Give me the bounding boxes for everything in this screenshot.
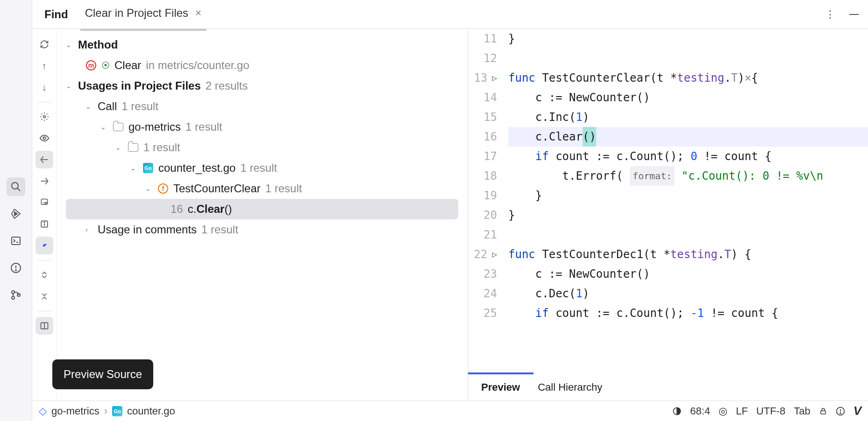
expand-all-icon[interactable] [36, 266, 53, 284]
tree-method-header[interactable]: ⌄ Method [57, 35, 468, 55]
terminal-tool-icon[interactable] [7, 232, 25, 250]
run-gutter-icon[interactable]: ▷ [492, 245, 497, 264]
result-text: c.Clear() [188, 203, 232, 216]
call-count: 1 result [121, 100, 158, 113]
chevron-down-icon: ⌄ [115, 144, 123, 151]
vim-icon[interactable]: V [854, 404, 861, 418]
tree-folder-group[interactable]: ⌄ 1 result [57, 137, 468, 158]
close-tab-icon[interactable]: ✕ [195, 8, 202, 18]
tree-usages-header[interactable]: ⌄ Usages in Project Files 2 results [57, 76, 468, 96]
svg-point-10 [12, 296, 14, 299]
file-encoding[interactable]: UTF-8 [756, 405, 785, 417]
pin-icon[interactable] [36, 194, 53, 211]
tree-function-group[interactable]: ⌄ f TestCounterClear 1 result [57, 178, 468, 199]
file-label: counter_test.go [158, 161, 235, 175]
status-bar: ◇ go-metrics › Go counter.go 68:4 ◎ LF U… [32, 400, 868, 421]
svg-rect-4 [12, 237, 20, 245]
result-line-number: 16 [171, 203, 183, 216]
folder-icon [128, 142, 139, 153]
refresh-icon[interactable] [36, 35, 53, 53]
svg-point-13 [43, 137, 46, 140]
readonly-icon[interactable] [819, 407, 827, 415]
info-icon[interactable] [36, 215, 53, 233]
file-count: 1 result [240, 161, 277, 175]
chevron-down-icon: ⌄ [145, 185, 153, 192]
problems-tool-icon[interactable] [7, 259, 25, 277]
preview-icon[interactable] [36, 129, 53, 147]
svg-point-8 [15, 270, 16, 271]
crumb-file: counter.go [127, 405, 175, 417]
search-tool-icon[interactable] [7, 177, 25, 196]
tooltip-preview-source: Preview Source [52, 359, 153, 389]
usages-header-label: Usages in Project Files [78, 79, 201, 92]
comments-label: Usage in comments [98, 223, 197, 236]
caret-position[interactable]: 68:4 [690, 405, 710, 417]
go-file-icon: Go [142, 162, 154, 174]
svg-point-15 [45, 202, 46, 203]
problems-status-icon[interactable] [836, 407, 845, 416]
vcs-tool-icon[interactable] [7, 286, 25, 304]
svg-rect-22 [820, 411, 825, 414]
chevron-right-icon: › [104, 405, 107, 417]
svg-point-0 [12, 182, 18, 189]
parameter-hint: format: [630, 166, 675, 186]
chevron-down-icon: ⌄ [130, 164, 138, 172]
filter-icon[interactable] [36, 237, 53, 254]
find-vertical-toolbar: ↑ ↓ [32, 29, 57, 400]
folder-count: 1 result [143, 141, 180, 154]
contrast-icon[interactable] [672, 407, 682, 416]
prev-occurrence-icon[interactable]: ↑ [36, 57, 53, 75]
minimize-icon[interactable] [849, 14, 859, 15]
chevron-down-icon: ⌄ [85, 103, 93, 110]
chevron-down-icon: ⌄ [66, 82, 73, 90]
preview-editor: 11 12 13▷ 14 15 16 17 18 19 20 21 22▷ 23… [468, 29, 868, 400]
svg-line-1 [17, 188, 20, 191]
tab-preview[interactable]: Preview [481, 381, 520, 393]
usages-count: 2 results [206, 79, 248, 92]
tree-project-group[interactable]: ⌄ go-metrics 1 result [57, 117, 468, 137]
settings-icon[interactable] [36, 108, 53, 126]
method-location: in metrics/counter.go [146, 59, 249, 72]
run-tool-icon[interactable] [7, 204, 25, 223]
method-header-label: Method [78, 38, 118, 51]
tree-file-group[interactable]: ⌄ Go counter_test.go 1 result [57, 158, 468, 178]
tab-find[interactable]: Find [42, 8, 71, 21]
next-occurrence-icon[interactable]: ↓ [36, 78, 53, 96]
spiral-icon[interactable]: ◎ [719, 405, 727, 417]
method-name: Clear [114, 59, 141, 72]
breadcrumb[interactable]: ◇ go-metrics › Go counter.go [39, 405, 175, 417]
tab-call-hierarchy[interactable]: Call Hierarchy [538, 381, 602, 393]
tree-call-group[interactable]: ⌄ Call 1 result [57, 96, 468, 117]
preview-bottom-tabs: Preview Call Hierarchy [468, 372, 868, 400]
collapse-all-icon[interactable] [36, 288, 53, 305]
left-tool-rail [0, 0, 32, 421]
function-icon: f [157, 183, 169, 194]
more-options-icon[interactable]: ⋮ [825, 8, 835, 21]
method-icon: m [85, 60, 97, 71]
module-icon [113, 121, 124, 133]
indent-setting[interactable]: Tab [794, 405, 810, 417]
tree-comments-group[interactable]: › Usage in comments 1 result [57, 219, 468, 240]
module-icon: ◇ [39, 405, 47, 417]
call-label: Call [98, 100, 117, 113]
chevron-down-icon: ⌄ [100, 123, 108, 131]
inlay-close-icon[interactable]: × [745, 68, 751, 88]
crumb-project: go-metrics [51, 405, 100, 417]
function-count: 1 result [265, 182, 302, 195]
svg-point-25 [840, 413, 841, 414]
public-icon: ⦿ [101, 61, 110, 70]
line-separator[interactable]: LF [736, 405, 748, 417]
tab-clear-project[interactable]: Clear in Project Files ✕ [85, 7, 202, 22]
svg-point-9 [12, 291, 14, 294]
tree-method-item[interactable]: m ⦿ Clear in metrics/counter.go [57, 55, 468, 76]
chevron-down-icon: ⌄ [66, 41, 73, 49]
function-label: TestCounterClear [173, 182, 261, 195]
export-right-icon[interactable] [36, 172, 53, 190]
show-preview-icon[interactable] [36, 317, 53, 335]
run-gutter-icon[interactable]: ▷ [492, 68, 497, 88]
export-left-icon[interactable] [36, 151, 53, 168]
gutter: 11 12 13▷ 14 15 16 17 18 19 20 21 22▷ 23… [468, 29, 505, 372]
code-area[interactable]: } func TestCounterClear(t *testing.T)×{ … [505, 29, 868, 372]
tree-result-line[interactable]: 16 c.Clear() [66, 199, 458, 219]
find-tool-tabs: Find Clear in Project Files ✕ ⋮ [32, 0, 868, 29]
